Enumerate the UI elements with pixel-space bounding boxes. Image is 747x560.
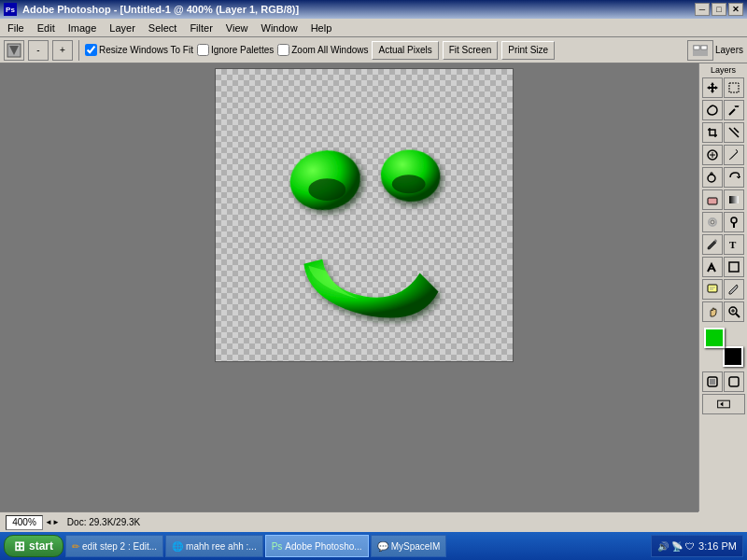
heal-tool-button[interactable] xyxy=(702,145,723,165)
history-brush-tool-button[interactable] xyxy=(724,167,744,188)
menu-item-file[interactable]: File xyxy=(2,21,30,35)
sys-tray-icons: 🔊 📡 🛡 xyxy=(657,541,695,552)
svg-rect-23 xyxy=(708,285,717,292)
separator-1 xyxy=(78,40,79,61)
main-content: Layers xyxy=(0,63,747,511)
color-swatches[interactable] xyxy=(704,328,743,367)
blur-tool-button[interactable] xyxy=(702,212,723,232)
start-button[interactable]: ⊞ start xyxy=(4,535,63,557)
dodge-tool-button[interactable] xyxy=(724,212,744,232)
path-select-tool-button[interactable] xyxy=(702,257,723,277)
zoom-all-windows-group: Zoom All Windows xyxy=(277,44,368,56)
palette-toggle-button[interactable] xyxy=(687,40,713,61)
tool-row-5 xyxy=(701,167,745,188)
zoom-tool-button[interactable] xyxy=(724,301,744,322)
menu-item-view[interactable]: View xyxy=(220,21,254,35)
svg-point-18 xyxy=(731,217,737,223)
layers-header-label: Layers xyxy=(711,65,736,75)
tool-row-7 xyxy=(701,212,745,232)
gradient-tool-button[interactable] xyxy=(724,189,744,210)
svg-point-17 xyxy=(711,220,714,224)
document-window xyxy=(215,68,514,362)
clone-stamp-tool-button[interactable] xyxy=(702,167,723,188)
svg-point-16 xyxy=(709,218,716,226)
menu-item-edit[interactable]: Edit xyxy=(32,21,61,35)
smiley-face xyxy=(216,69,513,361)
zoom-input[interactable] xyxy=(6,515,43,530)
shape-tool-button[interactable] xyxy=(724,257,744,277)
svg-rect-32 xyxy=(729,377,739,386)
standard-mode-button[interactable] xyxy=(724,371,744,392)
svg-rect-3 xyxy=(701,46,707,49)
taskbar-item-3[interactable]: Ps Adobe Photosho... xyxy=(265,535,369,557)
layers-palette-label: Layers xyxy=(715,45,743,55)
eyedropper-tool-button[interactable] xyxy=(724,279,744,300)
canvas-content[interactable] xyxy=(216,69,513,361)
menu-item-layer[interactable]: Layer xyxy=(104,21,141,35)
tool-preset-picker[interactable] xyxy=(4,40,24,61)
slice-tool-button[interactable] xyxy=(724,122,744,143)
zoom-all-windows-checkbox[interactable] xyxy=(277,44,289,56)
app-icon: Ps xyxy=(4,3,17,16)
text-tool-button[interactable]: T xyxy=(724,234,744,255)
brush-tool-button[interactable] xyxy=(724,145,744,165)
menu-item-select[interactable]: Select xyxy=(143,21,183,35)
svg-line-27 xyxy=(736,314,740,317)
minimize-button[interactable]: ─ xyxy=(695,3,710,16)
tool-row-9 xyxy=(701,257,745,277)
menu-item-filter[interactable]: Filter xyxy=(184,21,218,35)
zoom-display[interactable]: ◄► xyxy=(6,515,60,530)
ignore-palettes-group: Ignore Palettes xyxy=(197,44,274,56)
title-bar-controls: ─ □ ✕ xyxy=(695,3,743,16)
tool-row-6 xyxy=(701,189,745,210)
svg-rect-33 xyxy=(717,400,729,408)
taskbar-item-2[interactable]: 🌐 mahh ree ahh :... xyxy=(165,535,263,557)
resize-windows-label: Resize Windows To Fit xyxy=(99,45,193,55)
svg-point-13 xyxy=(708,175,715,182)
zoom-in-button[interactable]: + xyxy=(52,40,73,61)
ignore-palettes-label: Ignore Palettes xyxy=(211,45,274,55)
quick-mask-button[interactable] xyxy=(702,371,723,392)
close-button[interactable]: ✕ xyxy=(728,3,743,16)
taskbar-item-1[interactable]: ✏ edit step 2 : Edit... xyxy=(65,535,163,557)
print-size-button[interactable]: Print Size xyxy=(501,41,555,60)
screen-mode-button[interactable] xyxy=(702,394,745,414)
hand-tool-button[interactable] xyxy=(702,301,723,322)
crop-tool-button[interactable] xyxy=(702,122,723,143)
taskbar-clock: 3:16 PM xyxy=(698,540,737,552)
move-tool-button[interactable] xyxy=(702,77,723,98)
notes-tool-button[interactable] xyxy=(702,279,723,300)
start-label: start xyxy=(29,539,53,553)
pen-tool-button[interactable] xyxy=(702,234,723,255)
menu-item-window[interactable]: Window xyxy=(256,21,303,35)
menu-item-help[interactable]: Help xyxy=(305,21,338,35)
zoom-out-button[interactable]: - xyxy=(28,40,49,61)
background-color-swatch[interactable] xyxy=(723,346,743,367)
taskbar-icon-3: Ps xyxy=(272,541,283,552)
foreground-color-swatch[interactable] xyxy=(704,328,725,348)
lasso-tool-button[interactable] xyxy=(702,100,723,120)
taskbar-right: 🔊 📡 🛡 3:16 PM xyxy=(651,535,743,557)
zoom-arrows[interactable]: ◄► xyxy=(45,518,60,526)
select-rect-tool-button[interactable] xyxy=(724,77,744,98)
ignore-palettes-checkbox[interactable] xyxy=(197,44,209,56)
status-bar: ◄► Doc: 29.3K/29.3K xyxy=(0,511,698,532)
magic-wand-tool-button[interactable] xyxy=(724,100,744,120)
title-bar-title: Adobe Photoshop - [Untitled-1 @ 400% (La… xyxy=(22,4,299,15)
menu-item-image[interactable]: Image xyxy=(63,21,103,35)
actual-pixels-button[interactable]: Actual Pixels xyxy=(372,41,438,60)
canvas-area[interactable] xyxy=(0,63,698,511)
eraser-tool-button[interactable] xyxy=(702,189,723,210)
svg-point-5 xyxy=(308,178,345,201)
title-bar-left: Ps Adobe Photoshop - [Untitled-1 @ 400% … xyxy=(4,3,299,16)
taskbar-item-4[interactable]: 💬 MySpaceIM xyxy=(371,535,447,557)
start-icon: ⊞ xyxy=(14,539,25,553)
svg-rect-8 xyxy=(729,83,739,92)
fit-screen-button[interactable]: Fit Screen xyxy=(443,41,499,60)
resize-windows-group: Resize Windows To Fit xyxy=(85,44,193,56)
resize-windows-checkbox[interactable] xyxy=(85,44,97,56)
svg-rect-15 xyxy=(729,196,739,203)
taskbar-icon-4: 💬 xyxy=(377,541,388,552)
maximize-button[interactable]: □ xyxy=(712,3,726,16)
taskbar: ⊞ start ✏ edit step 2 : Edit... 🌐 mahh r… xyxy=(0,532,747,560)
